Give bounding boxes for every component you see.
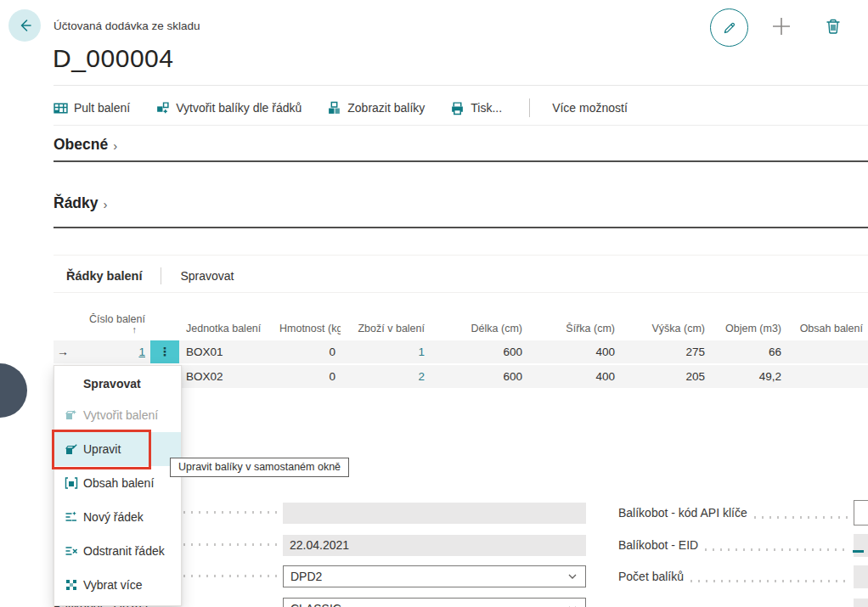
- menu-item-upravit[interactable]: Upravit: [54, 432, 181, 466]
- section-radky-label: Řádky: [54, 194, 99, 212]
- delete-line-icon: [65, 544, 78, 558]
- select-more-icon: [65, 578, 78, 592]
- menu-item-odstranit-dek[interactable]: Odstranit řádek: [54, 534, 181, 568]
- new-line-icon: [65, 510, 78, 524]
- chevron-right-icon: ›: [104, 197, 108, 211]
- cell-zbozi-v-baleni[interactable]: 2: [341, 365, 430, 388]
- plus-icon: [770, 15, 792, 37]
- toolbar-item-label: Vytvořit balíky dle řádků: [176, 101, 302, 115]
- lines-card-tabs: Řádky balení Spravovat: [66, 262, 234, 289]
- left-edge-handle: [0, 363, 27, 418]
- back-button[interactable]: [8, 9, 41, 42]
- eid-value-dash: [853, 550, 864, 553]
- table-header-row: Číslo balení↑Jednotka baleníHmotnost (kg…: [54, 299, 868, 340]
- menu-item-label: Nový řádek: [83, 510, 144, 524]
- column-header-vyska[interactable]: Výška (cm): [620, 323, 710, 340]
- field-leader: [690, 580, 848, 582]
- section-radky[interactable]: Řádky ›: [54, 194, 108, 212]
- trash-icon: [824, 17, 843, 36]
- edit-package-icon: [65, 442, 78, 456]
- cell-cislo-baleni[interactable]: 1: [72, 340, 150, 363]
- toolbar-item-4[interactable]: Tisk...: [450, 101, 502, 115]
- field-label-balikobot-eid: Balíkobot - EID: [618, 538, 698, 552]
- toolbar-item-label: Tisk...: [471, 101, 502, 115]
- dropdown-field[interactable]: DPD2: [283, 565, 586, 587]
- field-balikobot-eid: [854, 534, 868, 557]
- toolbar-item-2[interactable]: Vytvořit balíky dle řádků: [155, 101, 302, 115]
- cell-delka: 600: [430, 340, 527, 363]
- cell-sirka: 400: [527, 365, 620, 388]
- column-header-sirka[interactable]: Šířka (cm): [527, 323, 620, 340]
- delete-button[interactable]: [822, 15, 844, 37]
- add-button[interactable]: [769, 14, 793, 38]
- menu-item-vybrat-v-ce[interactable]: Vybrat více: [54, 568, 181, 602]
- menu-item-nov-dek[interactable]: Nový řádek: [54, 500, 181, 534]
- field-row-balikobot-eid: Balíkobot - EID: [618, 533, 849, 557]
- card-top-border: [54, 255, 868, 256]
- section-obecne-label: Obecné: [54, 136, 108, 154]
- cell-hmotnost: 0: [279, 365, 341, 388]
- cell-sirka: 400: [527, 340, 620, 363]
- print-icon: [450, 101, 465, 115]
- menu-item-obsah-balen-[interactable]: Obsah balení: [54, 466, 181, 500]
- column-header-obsah-baleni[interactable]: Obsah balení: [786, 323, 868, 340]
- section-obecne[interactable]: Obecné ›: [54, 136, 117, 154]
- table-row[interactable]: →1⋮BOX010160040027566: [54, 340, 868, 363]
- column-header-delka[interactable]: Délka (cm): [430, 323, 527, 340]
- field-leader: [705, 548, 848, 551]
- input-balikobot-kod-api-klice[interactable]: [854, 500, 868, 526]
- readonly-field: [283, 503, 586, 524]
- column-header-cislo-baleni[interactable]: Číslo balení↑: [72, 313, 150, 340]
- package-content-icon: [65, 476, 78, 490]
- packing-desk-icon: [54, 101, 68, 115]
- dropdown-field[interactable]: CLASSIC: [283, 598, 586, 607]
- chevron-right-icon: ›: [113, 138, 117, 153]
- edit-button[interactable]: [710, 8, 748, 47]
- show-packages-icon: [327, 101, 341, 115]
- menu-item-label: Vybrat více: [83, 578, 143, 592]
- action-toolbar: Pult baleníVytvořit balíky dle řádkůZobr…: [54, 94, 628, 121]
- cell-vyska: 205: [620, 365, 710, 388]
- menu-item-label: Odstranit řádek: [83, 544, 165, 558]
- more-options-button[interactable]: Více možností: [552, 101, 628, 115]
- dropdown-chevron-icon[interactable]: [566, 603, 578, 607]
- cell-zbozi-v-baleni[interactable]: 1: [341, 340, 430, 363]
- back-arrow-icon: [16, 17, 33, 34]
- row-selector-arrow: →: [54, 340, 72, 363]
- sort-ascending-icon: ↑: [72, 325, 145, 334]
- readonly-field: 22.04.2021: [283, 535, 586, 556]
- dropdown-chevron-icon[interactable]: [566, 570, 578, 582]
- field-leader: [183, 543, 280, 546]
- tab-spravovat[interactable]: Spravovat: [180, 269, 234, 283]
- page-title: D_000004: [53, 44, 173, 73]
- tab-divider: [161, 267, 161, 284]
- page-caption: Účtovaná dodávka ze skladu: [54, 20, 200, 32]
- field-label-pocet-baliku: Počet balíků: [618, 570, 684, 583]
- section-obecne-underline: [54, 160, 868, 162]
- column-header-objem[interactable]: Objem (m3): [710, 323, 786, 340]
- toolbar-item-3[interactable]: Zobrazit balíky: [327, 101, 425, 115]
- header-ellipsis-spacer: [150, 334, 179, 340]
- toolbar-item-1[interactable]: Pult balení: [54, 101, 130, 115]
- toolbar-item-label: Pult balení: [74, 101, 130, 115]
- card-tabs-border: [54, 292, 868, 293]
- row-ellipsis-icon[interactable]: ⋮: [150, 340, 179, 363]
- column-header-zbozi-v-baleni[interactable]: Zboží v balení: [341, 323, 430, 340]
- cell-hmotnost: 0: [279, 340, 341, 363]
- field-clipped: [854, 599, 868, 607]
- section-radky-underline: [54, 227, 868, 228]
- column-header-hmotnost[interactable]: Hmotnost (kg): [279, 323, 341, 340]
- menu-item-label: Upravit: [83, 442, 121, 456]
- cell-vyska: 275: [620, 340, 710, 363]
- toolbar-item-label: Zobrazit balíky: [347, 101, 425, 115]
- column-header-jednotka-baleni[interactable]: Jednotka balení: [179, 323, 279, 340]
- menu-item-label: Vytvořit balení: [83, 408, 158, 422]
- field-pocet-baliku: [854, 565, 868, 588]
- create-packages-icon: [155, 101, 170, 115]
- header-arrow-spacer: [54, 334, 72, 340]
- field-value: 22.04.2021: [290, 538, 349, 552]
- cell-objem: 66: [710, 340, 786, 363]
- create-package-icon: [65, 408, 78, 422]
- tab-radky-baleni[interactable]: Řádky balení: [66, 269, 142, 283]
- row-context-menu: SpravovatVytvořit baleníUpravitObsah bal…: [54, 365, 182, 606]
